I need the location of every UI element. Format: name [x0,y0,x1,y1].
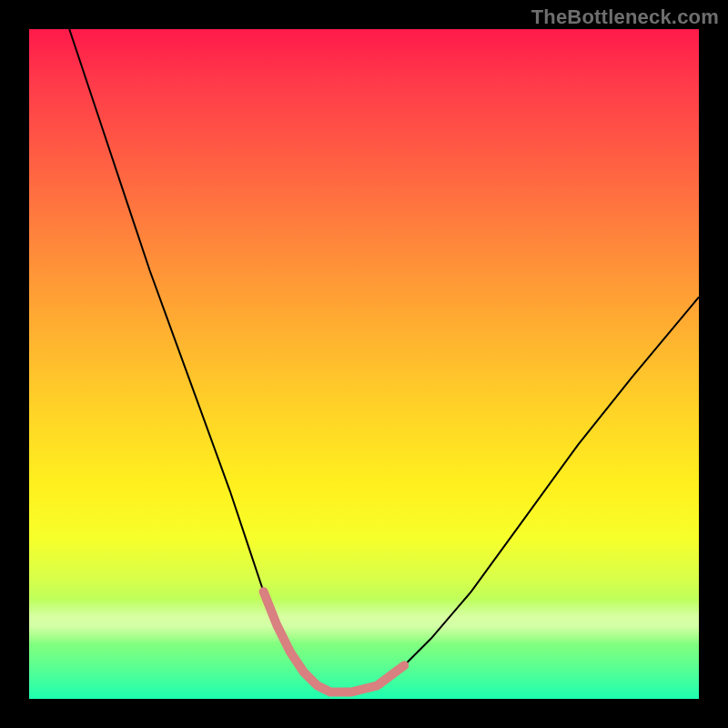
plot-area [29,29,699,699]
curve-svg [29,29,699,699]
watermark-text: TheBottleneck.com [531,5,719,29]
bottleneck-curve [69,29,699,693]
chart-canvas: TheBottleneck.com [0,0,728,728]
highlight-valley [264,592,405,692]
